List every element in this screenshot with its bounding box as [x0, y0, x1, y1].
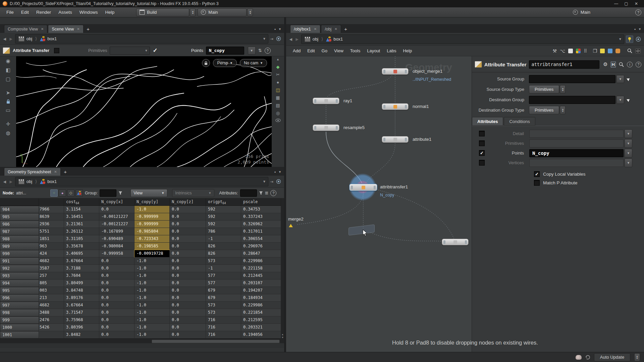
- node-right-flag[interactable]: [405, 105, 407, 109]
- table-vertical-scrollbar[interactable]: [281, 198, 284, 343]
- param-field-source-group[interactable]: [529, 75, 615, 83]
- cell-ncopy-x[interactable]: -0.00121227: [99, 221, 135, 228]
- node-left-flag[interactable]: [383, 105, 385, 109]
- checkbox-points[interactable]: [479, 150, 485, 156]
- row-number[interactable]: 998: [0, 309, 39, 316]
- back-icon[interactable]: ◄: [2, 179, 7, 184]
- cell-origpt[interactable]: 679: [206, 287, 241, 294]
- maximize-button[interactable]: ▢: [621, 0, 631, 7]
- cell-ncopy-y[interactable]: -1.0: [135, 280, 170, 287]
- cell-clipped[interactable]: 4682: [39, 257, 64, 265]
- cell-ncopy-z[interactable]: 0.0: [170, 324, 206, 331]
- cell-pscale[interactable]: 0.28647: [241, 250, 281, 257]
- back-icon[interactable]: ◄: [2, 36, 7, 42]
- cell-cost[interactable]: 3.84748: [64, 287, 99, 294]
- menu-help[interactable]: Help: [102, 7, 118, 17]
- cell-clipped[interactable]: 003: [39, 287, 64, 294]
- cell-ncopy-x[interactable]: 0.0: [99, 287, 135, 294]
- info-icon[interactable]: i: [627, 62, 633, 67]
- node-left-flag[interactable]: [443, 240, 445, 244]
- view-mode-dropdown[interactable]: View▼: [130, 189, 167, 197]
- desktop-selector[interactable]: Build: [136, 8, 189, 16]
- sort-icon[interactable]: ⇅: [258, 48, 262, 53]
- show-points-button[interactable]: ⁘: [50, 189, 58, 197]
- cell-ncopy-z[interactable]: 0.0: [170, 213, 206, 221]
- close-tab-icon[interactable]: ✕: [54, 170, 57, 174]
- tool-volume-icon[interactable]: ▢: [6, 76, 10, 82]
- close-tab-icon[interactable]: ✕: [334, 27, 337, 31]
- layout-grid-icon[interactable]: ▦: [276, 96, 280, 100]
- scene-path-field[interactable]: obj ⟩ box1 ▼: [15, 34, 268, 44]
- cell-ncopy-y[interactable]: -0.00919728: [135, 250, 170, 257]
- scrollbar-thumb[interactable]: [152, 340, 280, 343]
- show-detail-button[interactable]: [75, 189, 83, 197]
- background-image-icon[interactable]: [608, 49, 612, 53]
- row-number[interactable]: 995: [0, 287, 39, 294]
- cell-ncopy-z[interactable]: 0.0: [170, 272, 206, 280]
- cell-pscale[interactable]: 0.296976: [241, 243, 281, 250]
- menu-windows[interactable]: Windows: [76, 7, 102, 17]
- follow-selection-icon[interactable]: [275, 178, 282, 185]
- cell-pscale[interactable]: 0.212445: [241, 272, 281, 280]
- tool-select-arrow-icon[interactable]: ➤: [6, 90, 10, 96]
- cell-ncopy-z[interactable]: 0.0: [170, 265, 206, 272]
- node-right-flag[interactable]: [336, 126, 338, 130]
- cell-pscale[interactable]: 0.221158: [241, 265, 281, 272]
- cell-clipped[interactable]: 424: [39, 250, 64, 257]
- dots-grid-icon[interactable]: ⠿: [584, 48, 587, 54]
- find-icon[interactable]: [627, 48, 632, 53]
- node-right-flag[interactable]: [405, 70, 407, 73]
- color-palette-icon[interactable]: [576, 49, 581, 53]
- dropdown-icon[interactable]: ▼: [616, 96, 624, 104]
- close-tab-icon[interactable]: ✕: [41, 27, 44, 31]
- forward-icon[interactable]: ►: [9, 36, 13, 42]
- node-object-merge1[interactable]: [382, 68, 409, 75]
- back-icon[interactable]: ◄: [288, 37, 293, 42]
- menu-layout[interactable]: Layout: [364, 46, 383, 56]
- cell-pscale[interactable]: 0.337243: [241, 213, 281, 221]
- pane-maximize-icon[interactable]: ▪: [274, 27, 276, 32]
- node-right-flag[interactable]: [405, 138, 407, 141]
- row-number[interactable]: 997: [0, 302, 39, 309]
- checkbox-vertices[interactable]: [479, 160, 485, 166]
- cell-ncopy-y[interactable]: -1.0: [135, 272, 170, 280]
- row-number[interactable]: 985: [0, 213, 39, 221]
- cell-cost[interactable]: 3.67664: [64, 257, 99, 265]
- cell-ncopy-z[interactable]: 0.0: [170, 287, 206, 294]
- cell-ncopy-y[interactable]: -1.0: [135, 257, 170, 265]
- cell-clipped[interactable]: 1851: [39, 235, 64, 243]
- tab-obj-box1[interactable]: /obj/box1 ✕: [290, 25, 320, 33]
- node-left-flag[interactable]: [314, 99, 316, 103]
- cell-ncopy-y[interactable]: -1.0: [135, 309, 170, 316]
- cell-ncopy-z[interactable]: 0.0: [170, 235, 206, 243]
- cell-ncopy-x[interactable]: 0.0: [99, 272, 135, 280]
- cell-clipped[interactable]: 805: [39, 280, 64, 287]
- cell-pscale[interactable]: 0.34753: [241, 206, 281, 213]
- path-dropdown-icon[interactable]: ▼: [261, 37, 268, 41]
- row-number[interactable]: 999: [0, 316, 39, 324]
- cell-ncopy-y[interactable]: -1.0: [135, 316, 170, 324]
- update-mode-spinner[interactable]: ▲▼: [634, 353, 640, 361]
- cell-cost[interactable]: 3.80499: [64, 280, 99, 287]
- shelf-set-spinner[interactable]: ▲▼: [247, 8, 253, 16]
- cell-origpt[interactable]: 577: [206, 272, 241, 280]
- cell-cost[interactable]: 3.16451: [64, 213, 99, 221]
- pane-menu-icon[interactable]: ▼: [278, 27, 281, 31]
- cell-cost[interactable]: 3.80396: [64, 324, 99, 331]
- cell-ncopy-z[interactable]: 0.0: [170, 302, 206, 309]
- pin-path-icon[interactable]: ⇥: [270, 179, 273, 184]
- tool-lock-icon[interactable]: [6, 99, 10, 104]
- cell-cost[interactable]: 3.31105: [64, 235, 99, 243]
- cell-origpt[interactable]: 573: [206, 257, 241, 265]
- node-drop-preview[interactable]: [348, 224, 375, 236]
- cell-ncopy-z[interactable]: 0.0: [170, 250, 206, 257]
- snapping-icon[interactable]: ◆: [276, 65, 280, 69]
- menu-view[interactable]: View: [331, 46, 347, 56]
- node-left-flag[interactable]: [314, 126, 316, 130]
- menu-edit[interactable]: Edit: [17, 7, 33, 17]
- cell-ncopy-x[interactable]: 0.0: [99, 316, 135, 324]
- node-right-flag[interactable]: [336, 99, 338, 103]
- cell-origpt[interactable]: 592: [206, 206, 241, 213]
- attribute-field-vertices[interactable]: [529, 159, 624, 167]
- cell-ncopy-x[interactable]: 0.0: [99, 331, 135, 339]
